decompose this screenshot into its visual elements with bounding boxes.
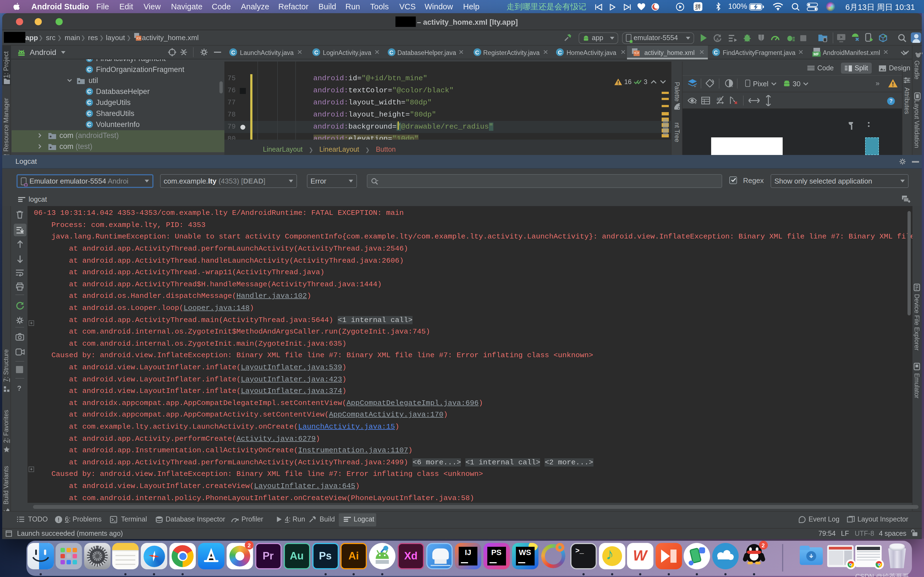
svg-text:A: A: [716, 37, 719, 42]
